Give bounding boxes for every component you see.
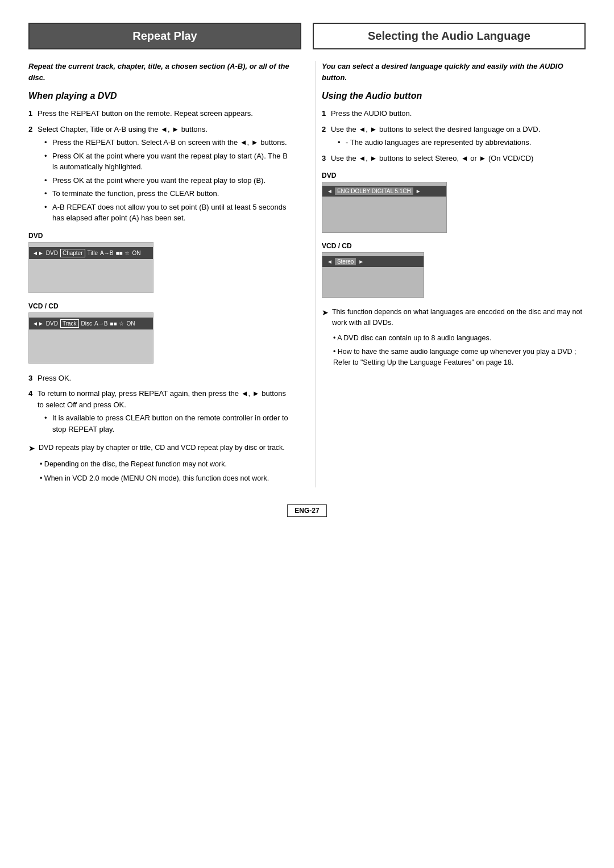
audio-language-header: Selecting the Audio Language	[313, 23, 586, 49]
right-step-2-bullet-1: - The audio languages are represented by…	[338, 137, 586, 148]
step-2-bullets: Press the REPEAT button. Select A-B on s…	[38, 137, 293, 224]
step-4-bullets: It is available to press CLEAR button on…	[38, 412, 293, 435]
vcd-bar-disc: Disc	[81, 320, 92, 327]
step-2-bullet-1: Press the REPEAT button. Select A-B on s…	[44, 137, 293, 148]
step-2-bullet-2: Press OK at the point where you want the…	[44, 151, 293, 173]
left-step-1: 1 Press the REPEAT button on the remote.…	[28, 108, 293, 119]
vcd-screen-bar: ◄► DVD Track Disc A→B ■■ ☆ ON	[29, 318, 153, 329]
right-step-1-text: Press the AUDIO button.	[331, 109, 412, 118]
left-step-3: 3 Press OK.	[28, 373, 293, 384]
right-step-3: 3 Use the ◄, ► buttons to select Stereo,…	[322, 153, 586, 164]
headers-row: Repeat Play Selecting the Audio Language	[28, 23, 586, 49]
page-number: ENG-27	[287, 504, 326, 517]
vcd-bar-on: ON	[126, 320, 135, 327]
audio-vcd-icon1: ◄	[327, 258, 333, 265]
left-intro: Repeat the current track, chapter, title…	[28, 61, 293, 83]
left-note-1: ➤ DVD repeats play by chapter or title, …	[28, 443, 293, 454]
left-step-2: 2 Select Chapter, Title or A-B using the…	[28, 124, 293, 224]
right-intro: You can select a desired language quickl…	[322, 61, 586, 83]
step-3-text: Press OK.	[38, 374, 71, 382]
vcd-bar-icon3: ■■	[110, 320, 117, 327]
vcd-screen-left: ◄► DVD Track Disc A→B ■■ ☆ ON	[28, 312, 154, 364]
dvd-bar-icon2: DVD	[46, 250, 58, 256]
right-sub-note-1: A DVD disc can contain up to 8 audio lan…	[322, 333, 586, 344]
audio-dvd-screen: ◄ ENG DOLBY DIGITAL 5.1CH ►	[322, 182, 447, 233]
right-step-num-3: 3	[322, 153, 326, 164]
dvd-bar-chapter: Chapter	[60, 249, 85, 257]
dvd-screen-left: ◄► DVD Chapter Title A→B ■■ ☆ ON	[28, 242, 154, 293]
audio-dvd-bar: ◄ ENG DOLBY DIGITAL 5.1CH ►	[322, 186, 446, 197]
right-column: You can select a desired language quickl…	[316, 61, 586, 487]
dvd-screen-label-left: DVD	[28, 232, 293, 240]
audio-vcd-screen: ◄ Stereo ►	[322, 252, 424, 298]
left-sub-note-2: When in VCD 2.0 mode (MENU ON mode), thi…	[28, 473, 293, 484]
right-step-2-bullets: - The audio languages are represented by…	[331, 137, 586, 148]
vcd-bar-track: Track	[60, 319, 79, 328]
right-subheading: Using the Audio button	[322, 91, 586, 101]
vcd-bar-icon4: ☆	[119, 320, 124, 327]
right-step-num-1: 1	[322, 108, 326, 119]
step-4-text: To return to normal play, press REPEAT a…	[38, 389, 286, 409]
right-step-num-2: 2	[322, 124, 326, 135]
step-num-4: 4	[28, 388, 32, 399]
step-2-bullet-5: A-B REPEAT does not allow you to set poi…	[44, 202, 293, 224]
vcd-screen-label-right: VCD / CD	[322, 242, 586, 250]
audio-dvd-icon2: ►	[416, 188, 421, 194]
step-2-text: Select Chapter, Title or A-B using the ◄…	[38, 125, 208, 133]
left-steps-list-2: 3 Press OK. 4 To return to normal play, …	[28, 373, 293, 435]
dvd-bar-ab: A→B	[100, 250, 113, 256]
audio-dvd-icon1: ◄	[327, 188, 333, 194]
step-num-3: 3	[28, 373, 32, 384]
dvd-screen-bar: ◄► DVD Chapter Title A→B ■■ ☆ ON	[29, 247, 153, 259]
right-step-1: 1 Press the AUDIO button.	[322, 108, 586, 119]
audio-vcd-icon2: ►	[358, 258, 364, 265]
step-2-bullet-4: To terminate the function, press the CLE…	[44, 188, 293, 199]
step-num-1: 1	[28, 108, 32, 119]
dvd-bar-title: Title	[88, 250, 98, 256]
right-note-arrow-icon: ➤	[322, 307, 329, 319]
left-note-1-text: DVD repeats play by chapter or title, CD…	[39, 443, 285, 453]
step-num-2: 2	[28, 124, 32, 135]
vcd-bar-icon1: ◄►	[32, 320, 44, 327]
dvd-bar-icon4: ☆	[125, 250, 130, 256]
dvd-bar-on: ON	[132, 250, 140, 256]
vcd-screen-label-left: VCD / CD	[28, 302, 293, 310]
audio-vcd-bar: ◄ Stereo ►	[322, 256, 424, 267]
left-sub-note-1: Depending on the disc, the Repeat functi…	[28, 459, 293, 470]
right-step-2-text: Use the ◄, ► buttons to select the desir…	[331, 125, 540, 133]
right-step-3-text: Use the ◄, ► buttons to select Stereo, ◄…	[331, 154, 533, 162]
left-steps-list: 1 Press the REPEAT button on the remote.…	[28, 108, 293, 224]
right-sub-note-2: How to have the same audio language come…	[322, 347, 586, 368]
page-content: Repeat Play Selecting the Audio Language…	[28, 23, 586, 517]
right-note-1: ➤ This function depends on what language…	[322, 307, 586, 328]
right-steps-list: 1 Press the AUDIO button. 2 Use the ◄, ►…	[322, 108, 586, 164]
dvd-screen-label-right: DVD	[322, 172, 586, 180]
left-column: Repeat the current track, chapter, title…	[28, 61, 298, 487]
vcd-bar-icon2: DVD	[46, 320, 58, 327]
left-subheading: When playing a DVD	[28, 91, 293, 101]
step-1-text: Press the REPEAT button on the remote. R…	[38, 109, 253, 118]
right-notes: ➤ This function depends on what language…	[322, 307, 586, 368]
page-number-row: ENG-27	[28, 504, 586, 517]
note-arrow-icon: ➤	[28, 443, 35, 454]
left-notes: ➤ DVD repeats play by chapter or title, …	[28, 443, 293, 484]
dvd-bar-icon3: ■■	[115, 250, 122, 256]
repeat-play-header: Repeat Play	[28, 23, 301, 49]
step-4-bullet-1: It is available to press CLEAR button on…	[44, 412, 293, 435]
step-2-bullet-3: Press OK at the point where you want the…	[44, 175, 293, 186]
dvd-bar-icon1: ◄►	[32, 250, 44, 256]
audio-dvd-lang: ENG DOLBY DIGITAL 5.1CH	[335, 187, 413, 195]
two-column-layout: Repeat the current track, chapter, title…	[28, 61, 586, 487]
vcd-bar-ab: A→B	[94, 320, 107, 327]
audio-vcd-stereo: Stereo	[335, 258, 356, 265]
right-step-2: 2 Use the ◄, ► buttons to select the des…	[322, 124, 586, 148]
left-step-4: 4 To return to normal play, press REPEAT…	[28, 388, 293, 435]
right-note-1-text: This function depends on what languages …	[332, 307, 586, 328]
